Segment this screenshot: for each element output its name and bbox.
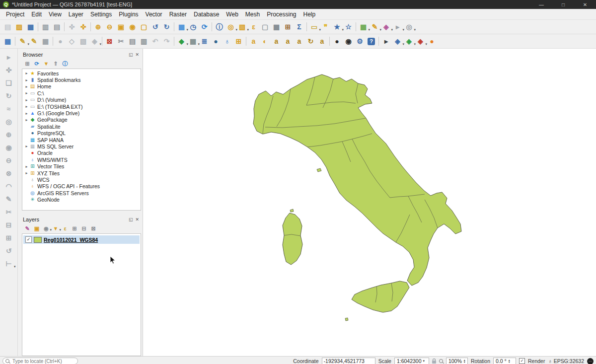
crs-indicator[interactable]: ♁ EPSG:32632 — [548, 358, 584, 364]
manage-map-themes-icon[interactable]: ◉▾ — [42, 224, 51, 233]
fill-ring-icon[interactable]: ◉ — [3, 142, 15, 153]
browser-item-ms-sql-server[interactable]: ▸▦MS SQL Server — [22, 143, 141, 149]
open-data-source-manager-icon[interactable]: ▩ — [2, 36, 13, 47]
add-raster-layer-icon[interactable]: ▦▾ — [187, 36, 199, 47]
topology-checker-icon[interactable]: ◈▾ — [392, 36, 403, 47]
layers-float-icon[interactable]: ◱ — [129, 218, 133, 222]
delete-selected-icon[interactable]: ⊠ — [104, 36, 115, 47]
snapping-toolbar-icon[interactable]: ◈▾ — [415, 36, 426, 47]
pan-to-selection-icon[interactable]: ✜ — [77, 21, 89, 33]
select-features-icon[interactable]: ▧▾ — [236, 21, 248, 33]
locate-input[interactable] — [11, 358, 73, 364]
zoom-next-icon[interactable]: ↻ — [161, 21, 172, 33]
coordinate-input[interactable]: -192934,4521773 — [322, 358, 375, 364]
expand-arrow-icon[interactable]: ▸ — [24, 91, 29, 95]
change-label-properties-icon[interactable]: a — [316, 36, 328, 47]
add-group-icon[interactable]: ▣ — [32, 224, 41, 233]
highlight-pinned-labels-icon[interactable]: a — [282, 36, 294, 47]
browser-item-wcs[interactable]: ♁WCS — [22, 176, 141, 183]
zoom-out-icon[interactable]: ⊖ — [104, 21, 115, 33]
add-part-icon[interactable]: ⊕ — [3, 129, 15, 141]
delete-ring-icon[interactable]: ⊖ — [3, 154, 15, 166]
rotate-feature-icon[interactable]: ↻ — [3, 90, 15, 102]
deselect-all-icon[interactable]: ▢ — [259, 21, 271, 33]
layer-labeling-icon[interactable]: a — [248, 36, 259, 47]
add-delimited-text-layer-icon[interactable]: ≣ — [199, 36, 210, 47]
scale-combo[interactable]: 1:6042300▾ — [394, 358, 429, 364]
menu-help[interactable]: Help — [300, 10, 319, 19]
save-layer-edits-icon[interactable]: ▦ — [40, 36, 51, 47]
open-layer-styling-icon[interactable]: ✎ — [23, 224, 32, 233]
browser-item-drive-c[interactable]: ▸▭C:\ — [22, 90, 141, 96]
new-spatial-bookmark-icon[interactable]: ★▾ — [331, 21, 343, 33]
text-annotation-icon[interactable]: ✎▾ — [369, 21, 380, 33]
show-spatial-bookmarks-icon[interactable]: ☆ — [343, 21, 354, 33]
zoom-to-selection-icon[interactable]: ◉ — [127, 21, 138, 33]
magnifier-spin[interactable]: 100% ▲▼ — [446, 358, 468, 364]
menu-vector[interactable]: Vector — [142, 10, 166, 19]
layers-close-icon[interactable]: ✕ — [135, 218, 139, 222]
browser-item-geonode[interactable]: ✳GeoNode — [22, 196, 141, 203]
new-3d-map-view-icon[interactable]: ▦▾ — [176, 21, 187, 33]
expand-arrow-icon[interactable]: ▸ — [24, 78, 29, 82]
add-wms-layer-icon[interactable]: ♁ — [222, 36, 233, 47]
browser-item-geopackage[interactable]: ▸◆GeoPackage — [22, 117, 141, 123]
panel-splitter[interactable] — [22, 211, 141, 213]
expand-arrow-icon[interactable]: ▸ — [24, 111, 29, 116]
menu-raster[interactable]: Raster — [166, 10, 190, 19]
browser-item-wms-wmts[interactable]: ♁WMS/WMTS — [22, 156, 141, 163]
expand-arrow-icon[interactable]: ▸ — [24, 104, 29, 109]
lock-scale-icon[interactable] — [432, 361, 436, 364]
cut-features-icon[interactable]: ✂ — [115, 36, 127, 47]
browser-item-favorites[interactable]: ▸★Favorites — [22, 70, 141, 76]
render-checkbox[interactable]: ✓ — [519, 358, 525, 364]
filter-browser-icon[interactable]: ▼ — [42, 59, 51, 68]
identify-features-icon[interactable]: ⓘ — [214, 21, 225, 33]
rotate-label-icon[interactable]: ↻ — [305, 36, 316, 47]
minimize-button[interactable]: — — [530, 0, 552, 9]
browser-item-vector-tiles[interactable]: ▸⊞Vector Tiles — [22, 163, 141, 169]
remove-layer-icon[interactable]: ⊠ — [89, 224, 98, 233]
measure-icon[interactable]: ▭▾ — [308, 21, 320, 33]
move-label-icon[interactable]: a — [294, 36, 305, 47]
layer-visibility-checkbox[interactable]: ✓ — [25, 236, 32, 243]
search-plugin-icon[interactable]: ◉ — [343, 36, 354, 47]
expand-arrow-icon[interactable]: ▸ — [24, 98, 29, 102]
filter-legend-icon[interactable]: ▼▾ — [51, 224, 60, 233]
add-selected-layers-icon[interactable]: ⊞ — [23, 59, 32, 68]
menu-settings[interactable]: Settings — [87, 10, 115, 19]
digitize-tool-icon[interactable]: ▸ — [3, 51, 15, 63]
add-xyz-layer-icon[interactable]: ⊞ — [233, 36, 244, 47]
processing-toolbox-icon[interactable]: ⚙ — [354, 36, 366, 47]
zoom-in-icon[interactable]: ⊕ — [92, 21, 104, 33]
add-ring-icon[interactable]: ◎ — [3, 116, 15, 128]
browser-close-icon[interactable]: ✕ — [135, 53, 139, 57]
vertex-tool-icon[interactable]: ◈▾ — [89, 36, 100, 47]
map-canvas[interactable] — [143, 49, 596, 356]
expand-arrow-icon[interactable]: ▸ — [24, 144, 29, 148]
pan-map-icon[interactable]: ✜ — [66, 21, 77, 33]
browser-item-spatial-bookmarks[interactable]: ▸▮Spatial Bookmarks — [22, 76, 141, 83]
move-feature-icon[interactable]: ✜ — [3, 64, 15, 76]
statistical-summary-icon[interactable]: Σ — [294, 21, 305, 33]
menu-processing[interactable]: Processing — [263, 10, 299, 19]
menu-plugins[interactable]: Plugins — [115, 10, 142, 19]
toolbox-menu-icon[interactable]: ◎▾ — [403, 21, 415, 33]
zoom-last-icon[interactable]: ↺ — [149, 21, 161, 33]
collapse-all-icon[interactable]: ⊟ — [79, 224, 88, 233]
copy-features-icon[interactable]: ▤ — [127, 36, 138, 47]
zoom-full-icon[interactable]: ▣ — [115, 21, 127, 33]
browser-float-icon[interactable]: ◱ — [129, 53, 133, 57]
expand-arrow-icon[interactable]: ▸ — [24, 118, 29, 122]
osm-place-search-icon[interactable]: ● — [331, 36, 343, 47]
layer-diagram-icon[interactable]: ◐ — [259, 36, 271, 47]
browser-item-drive-g[interactable]: ▸▲G:\ (Google Drive) — [22, 110, 141, 116]
run-feature-action-icon[interactable]: ◎▾ — [225, 21, 236, 33]
split-features-icon[interactable]: ✂ — [3, 206, 15, 218]
add-point-feature-icon[interactable]: ● — [55, 36, 66, 47]
new-print-layout-icon[interactable]: ▥ — [40, 21, 51, 33]
expand-arrow-icon[interactable]: ▸ — [24, 84, 29, 89]
plugin-button-icon[interactable]: ● — [426, 36, 438, 47]
field-calculator-icon[interactable]: ⊞ — [282, 21, 294, 33]
save-project-icon[interactable]: ▦ — [25, 21, 36, 33]
